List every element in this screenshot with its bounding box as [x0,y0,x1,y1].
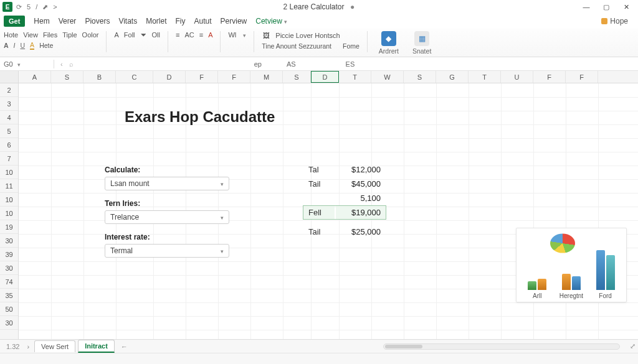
ribbon-cmd[interactable]: Wl [228,31,236,39]
row-header[interactable]: 50 [0,302,18,316]
ribbon-cmd[interactable]: View [23,31,38,39]
row-header[interactable]: 19 [0,220,18,234]
row-header[interactable]: 39 [0,248,18,261]
horizontal-scrollbar[interactable] [383,343,620,350]
column-header[interactable]: D [153,71,186,83]
column-header[interactable]: T [339,71,371,83]
column-header-selected[interactable]: D [311,71,339,83]
tab-perview[interactable]: Perview [221,17,247,26]
ribbon-cmd[interactable]: Oolor [82,31,99,39]
sheet-tab[interactable]: Vew Sert [34,340,75,352]
maximize-button[interactable]: ▢ [601,3,612,11]
column-header[interactable]: W [371,71,404,83]
bold-button[interactable]: A [4,42,9,49]
name-box[interactable]: G0 [4,60,47,68]
row-header[interactable]: 6 [0,138,18,152]
column-header[interactable]: S [404,71,436,83]
row-header[interactable]: 74 [0,275,18,289]
minimize-button[interactable]: — [581,3,592,11]
ribbon-cmd[interactable]: ⏷ [140,31,147,39]
row-header[interactable]: 4 [0,111,18,124]
font-color-red-icon[interactable]: A [208,31,212,39]
calculate-dropdown[interactable]: Lsan mount [105,177,229,190]
value-key: Fell [303,206,335,219]
ribbon-big-button-ardrert[interactable]: ◆ Ardrert [375,31,402,55]
qat-refresh-icon[interactable]: ⟳ [16,3,22,11]
fx-search-icon[interactable]: ⌕ [69,60,74,68]
row-header[interactable]: 3 [0,97,18,111]
row-header[interactable]: 5 [0,124,18,138]
qat-item[interactable]: 5 [27,3,31,11]
underline-button[interactable]: U [21,42,26,49]
italic-button[interactable]: I [14,42,16,49]
tab-autut[interactable]: Autut [194,17,212,26]
sheet-tab-active[interactable]: Initract [78,340,115,353]
align-left-icon[interactable]: ≡ [176,31,179,39]
row-header[interactable]: 10 [0,193,18,207]
embedded-chart[interactable]: Arll Heregtnt Ford [516,228,627,302]
row-header[interactable]: 10 [0,166,18,179]
tab-fiy[interactable]: Fiy [176,17,186,26]
chart-category: Heregtnt [556,292,587,299]
column-header[interactable]: T [469,71,501,83]
term-dropdown[interactable]: Trelance [105,210,229,224]
rate-dropdown[interactable]: Termal [105,244,229,258]
column-header[interactable]: S [51,71,83,83]
help-link[interactable]: Hope [601,17,634,26]
tab-morlet[interactable]: Morlet [146,17,166,26]
select-all-corner[interactable] [0,71,19,83]
scroll-end-icon[interactable]: ⤢ [627,342,638,350]
tab-vitats[interactable]: Vitats [118,17,137,26]
row-header[interactable]: 35 [0,289,18,302]
column-header[interactable]: C [116,71,153,83]
spreadsheet-grid[interactable]: A S B C D F F M S D T W S G T U F F 2345… [0,71,638,352]
row-header[interactable]: 30 [0,261,18,275]
qat-item[interactable]: / [36,3,37,11]
qat-item[interactable]: ⬈ [42,3,48,11]
scroll-thumb[interactable] [385,345,422,348]
ribbon-cmd[interactable]: Files [43,31,57,39]
column-header[interactable]: B [83,71,116,83]
tab-verer[interactable]: Verer [59,17,77,26]
column-header[interactable]: F [186,71,218,83]
row-header[interactable]: 7 [0,152,18,166]
column-header[interactable]: M [250,71,283,83]
formula-input[interactable]: ep AS ES [80,60,634,68]
sheet-nav-next-icon[interactable]: › [24,343,32,350]
zoom-level[interactable]: 1.32 [4,343,22,350]
ribbon-cmd[interactable]: Oll [152,31,160,39]
ribbon-group-wrap: Wl [228,31,246,39]
file-button[interactable]: Get [4,16,25,27]
align-right-icon[interactable]: ≡ [199,31,203,39]
font-color-button[interactable]: A [30,41,34,50]
column-header[interactable]: G [436,71,469,83]
row-header[interactable]: 30 [0,234,18,248]
close-button[interactable]: ✕ [621,3,632,11]
add-sheet-button[interactable]: ← [117,343,131,350]
cell-grid[interactable]: Exars Hop Cacudatte Calculate: Lsan moun… [19,83,638,352]
row-header[interactable]: 11 [0,179,18,193]
ribbon-cmd[interactable]: Hete [39,42,53,49]
fx-cancel-icon[interactable]: ‹ [60,60,63,68]
ribbon-cmd[interactable]: Foll [124,31,135,39]
ribbon-cmd[interactable]: AC [184,31,194,39]
column-header[interactable]: S [283,71,311,83]
tab-cetview[interactable]: Cetview [255,17,287,26]
column-header[interactable]: F [566,71,598,83]
ribbon-cmd[interactable]: Hote [4,31,18,39]
tab-piovers[interactable]: Piovers [85,17,110,26]
chevron-down-icon [282,17,287,26]
row-header[interactable]: 2 [0,83,18,97]
row-header[interactable]: 30 [0,316,18,330]
ribbon-big-button-snatet[interactable]: ▦ Snatet [409,31,435,55]
column-header[interactable]: F [218,71,250,83]
column-header[interactable]: U [501,71,533,83]
dropdown-value: Trelance [110,213,139,222]
ribbon-cmd[interactable]: Tiple [62,31,77,39]
row-header[interactable]: 10 [0,207,18,220]
column-header[interactable]: F [533,71,566,83]
column-header[interactable]: A [19,71,51,83]
tab-hem[interactable]: Hem [34,17,49,26]
ribbon-cmd[interactable]: A [114,31,118,39]
ribbon-cmd[interactable]: Fome [343,42,359,50]
